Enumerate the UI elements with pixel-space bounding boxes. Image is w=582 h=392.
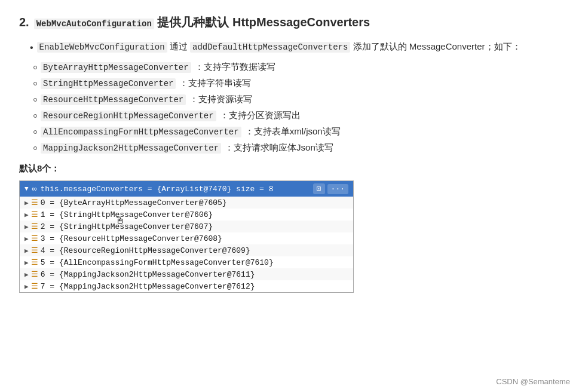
bullet-marker: • — [30, 42, 33, 53]
row-arrow-icon[interactable]: ▶ — [24, 235, 29, 243]
list-item: ByteArrayHttpMessageConverter ：支持字节数据读写 — [33, 62, 563, 73]
row-list-icon: ☰ — [31, 198, 38, 207]
sub-bullet-icon — [33, 114, 37, 118]
row-arrow-icon[interactable]: ▶ — [24, 271, 29, 278]
converter-code: ResourceRegionHttpMessageConverter — [41, 111, 216, 121]
converter-code: ResourceHttpMessageConverter — [41, 94, 186, 105]
debug-row: ▶ ☰ 7 = {MappingJackson2HttpMessageConve… — [20, 280, 353, 292]
converter-code: AllEncompassingFormHttpMessageConverter — [41, 127, 241, 137]
title-code: WebMvcAutoConfiguration — [34, 19, 154, 29]
debug-row: ▶ ☰ 2 = {StringHttpMessageConverter@7607… — [20, 220, 353, 232]
converter-desc: ：支持字符串读写 — [179, 78, 251, 89]
row-list-icon: ☰ — [31, 246, 38, 255]
row-value: 1 = {StringHttpM🖱essageConverter@7606} — [41, 210, 213, 219]
list-item: ResourceHttpMessageConverter ：支持资源读写 — [33, 94, 563, 105]
list-item: ResourceRegionHttpMessageConverter ：支持分区… — [33, 110, 563, 121]
debug-row: ▶ ☰ 1 = {StringHttpM🖱essageConverter@760… — [20, 209, 353, 220]
converter-desc: ：支持分区资源写出 — [220, 110, 301, 121]
debug-panel: ▼ ∞ this.messageConverters = {ArrayList@… — [19, 180, 354, 293]
converter-code: ByteArrayHttpMessageConverter — [41, 62, 191, 73]
sub-bullet-icon — [33, 82, 37, 85]
row-list-icon: ☰ — [31, 258, 38, 267]
debug-row: ▶ ☰ 0 = {ByteArrayHttpMessageConverter@7… — [20, 197, 353, 209]
converter-desc: ：支持表单xml/json读写 — [245, 126, 341, 137]
default-label: 默认8个： — [19, 163, 563, 174]
row-value: 2 = {StringHttpMessageConverter@7607} — [41, 222, 213, 231]
intro-list: • EnableWebMvcConfiguration 通过 addDefaul… — [30, 41, 563, 53]
converters-list: ByteArrayHttpMessageConverter ：支持字节数据读写 … — [33, 62, 563, 154]
debug-row: ▶ ☰ 6 = {MappingJackson2HttpMessageConve… — [20, 268, 353, 280]
row-list-icon: ☰ — [31, 270, 38, 279]
list-item: StringHttpMessageConverter ：支持字符串读写 — [33, 78, 563, 89]
sub-bullet-icon — [33, 146, 37, 150]
row-arrow-icon[interactable]: ▶ — [24, 211, 29, 219]
row-list-icon: ☰ — [31, 210, 38, 219]
intro-item: • EnableWebMvcConfiguration 通过 addDefaul… — [30, 41, 563, 53]
section-number: 2. — [19, 16, 29, 29]
intro-rest: 添加了默认的 MessageConverter；如下： — [353, 41, 521, 51]
csdn-credit: CSDN @Semanteme — [496, 377, 570, 386]
debug-header: ▼ ∞ this.messageConverters = {ArrayList@… — [20, 181, 353, 197]
list-item: MappingJackson2HttpMessageConverter ：支持请… — [33, 142, 563, 154]
intro-text: EnableWebMvcConfiguration 通过 addDefaultH… — [37, 41, 521, 53]
title-text: WebMvcAutoConfiguration 提供几种默认 HttpMessa… — [34, 14, 370, 30]
row-value: 6 = {MappingJackson2HttpMessageConverter… — [41, 270, 255, 279]
expand-button[interactable]: ⊡ — [313, 183, 325, 194]
converter-code: StringHttpMessageConverter — [41, 78, 176, 89]
row-arrow-icon[interactable]: ▶ — [24, 247, 29, 255]
enable-config-code: EnableWebMvcConfiguration — [37, 42, 167, 53]
row-list-icon: ☰ — [31, 222, 38, 231]
converter-desc: ：支持字节数据读写 — [195, 62, 275, 73]
row-value: 4 = {ResourceRegionHttpMessageConverter@… — [41, 246, 250, 255]
debug-row: ▶ ☰ 5 = {AllEncompassingFormHttpMessageC… — [20, 256, 353, 268]
sub-bullet-icon — [33, 66, 37, 69]
row-list-icon: ☰ — [31, 281, 38, 291]
expand-arrow-icon[interactable]: ▼ — [24, 185, 29, 192]
converter-desc: ：支持请求响应体Json读写 — [225, 142, 333, 154]
row-value: 7 = {MappingJackson2HttpMessageConverter… — [41, 282, 255, 291]
row-value: 3 = {ResourceHttpMessageConverter@7608} — [41, 234, 222, 243]
add-converters-code: addDefaultHttpMessageConverters — [190, 42, 350, 53]
circle-icon: ∞ — [32, 185, 37, 194]
row-arrow-icon[interactable]: ▶ — [24, 259, 29, 267]
row-list-icon: ☰ — [31, 234, 38, 243]
sub-bullet-icon — [33, 130, 37, 134]
converter-code: MappingJackson2HttpMessageConverter — [41, 143, 221, 154]
list-item: AllEncompassingFormHttpMessageConverter … — [33, 126, 563, 137]
title-rest: 提供几种默认 HttpMessageConverters — [157, 16, 370, 29]
sub-bullet-icon — [33, 98, 37, 102]
row-arrow-icon[interactable]: ▶ — [24, 283, 29, 290]
row-value: 5 = {AllEncompassingFormHttpMessageConve… — [41, 258, 274, 267]
row-arrow-icon[interactable]: ▶ — [24, 223, 29, 231]
section-title: 2. WebMvcAutoConfiguration 提供几种默认 HttpMe… — [19, 14, 563, 30]
row-arrow-icon[interactable]: ▶ — [24, 199, 29, 207]
row-value: 0 = {ByteArrayHttpMessageConverter@7605} — [41, 198, 227, 207]
more-button[interactable]: ··· — [327, 184, 348, 194]
converter-desc: ：支持资源读写 — [189, 94, 252, 105]
debug-header-text: this.messageConverters = {ArrayList@7470… — [40, 185, 310, 194]
debug-row: ▶ ☰ 4 = {ResourceRegionHttpMessageConver… — [20, 244, 353, 256]
intro-via: 通过 — [170, 41, 190, 51]
debug-row: ▶ ☰ 3 = {ResourceHttpMessageConverter@76… — [20, 232, 353, 244]
